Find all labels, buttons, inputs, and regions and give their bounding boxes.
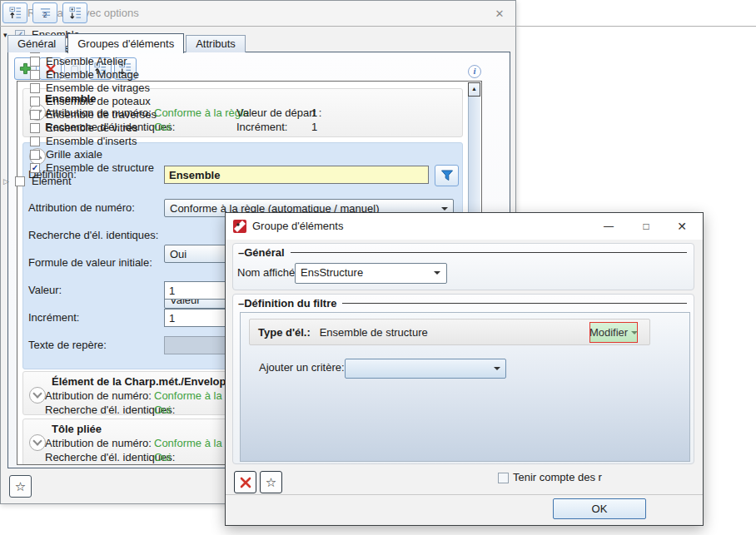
tree-item-label: Élément bbox=[32, 175, 72, 188]
red-x-icon bbox=[239, 476, 252, 489]
header-rule bbox=[291, 252, 687, 253]
footer-divider bbox=[226, 494, 703, 495]
tree-item[interactable]: Ensemble de structure bbox=[0, 161, 756, 175]
checkbox[interactable] bbox=[15, 176, 25, 186]
expander-icon[interactable] bbox=[3, 175, 13, 188]
minimize-icon[interactable]: — bbox=[596, 218, 621, 235]
app-logo-icon bbox=[233, 220, 246, 233]
tree-item[interactable]: Ensemble de vitres bbox=[0, 121, 756, 135]
tree-item-label: Ensemble de vitrages bbox=[46, 82, 150, 95]
ajouter-critere-label: Ajouter un critère: bbox=[259, 359, 345, 377]
type-label: Type d'él.: bbox=[258, 326, 311, 339]
chevron-down-icon[interactable] bbox=[29, 387, 46, 404]
increment-label: Incrément: bbox=[28, 309, 79, 327]
type-value: Ensemble de structure bbox=[320, 326, 428, 339]
delete-filter-button[interactable] bbox=[234, 471, 256, 493]
checkbox[interactable] bbox=[30, 123, 40, 133]
title-bar[interactable]: Groupe d'éléments — □ ✕ bbox=[226, 213, 703, 240]
tab-attributs[interactable]: Attributs bbox=[186, 35, 246, 52]
groupbox-title: Général bbox=[244, 246, 284, 259]
modifier-button[interactable]: Modifier bbox=[589, 322, 638, 343]
star-icon: ☆ bbox=[266, 475, 276, 490]
checkbox[interactable] bbox=[30, 163, 40, 173]
toolbar-divider bbox=[0, 26, 756, 27]
attribution-label: Attribution de numéro: bbox=[28, 199, 135, 217]
tree-item[interactable]: Grille axiale bbox=[0, 148, 756, 161]
group-card-title: Tôle pliée bbox=[52, 423, 102, 435]
group-card-title: Élément de la Charp.mét./Enveloppes bbox=[52, 375, 245, 388]
recherche-value: Oui bbox=[154, 451, 171, 463]
checkbox[interactable] bbox=[30, 136, 40, 146]
nom-affiche-label: Nom affiché: bbox=[237, 266, 298, 280]
maximize-icon[interactable]: □ bbox=[634, 218, 659, 235]
formule-label: Formule de valeur initiale: bbox=[28, 254, 152, 272]
element-group-dialog: Groupe d'éléments — □ ✕ Général Nom affi… bbox=[225, 212, 704, 526]
checkbox[interactable] bbox=[30, 83, 40, 93]
checkbox[interactable] bbox=[30, 110, 40, 120]
tree-item[interactable]: Ensemble Atelier bbox=[0, 55, 756, 68]
window-title: Groupe d'éléments bbox=[252, 213, 343, 240]
checkbox[interactable] bbox=[30, 57, 40, 67]
tree-item[interactable]: Ensemble Montage bbox=[0, 68, 756, 82]
favorites-button[interactable]: ☆ bbox=[9, 475, 32, 498]
tab-bar: Général Groupes d'éléments Attributs bbox=[7, 32, 247, 52]
tree-item-label: Ensemble de vitres bbox=[46, 121, 138, 135]
texte-repere-label: Texte de repère: bbox=[28, 336, 107, 354]
sort-up-icon bbox=[9, 7, 22, 19]
valeur-label: Valeur: bbox=[28, 281, 62, 300]
groupbox-header: Définition du filtre bbox=[238, 297, 687, 310]
expand-all-button[interactable] bbox=[62, 2, 87, 23]
popup-toolbar: 2 bbox=[2, 2, 87, 23]
tab-groupes-elements[interactable]: Groupes d'éléments bbox=[67, 33, 184, 53]
star-icon: ☆ bbox=[15, 479, 26, 494]
list-level-2-icon: 2 bbox=[39, 7, 52, 19]
tree-item-label: Ensemble de poteaux bbox=[46, 95, 151, 108]
tree-item-label: Ensemble de structure bbox=[46, 161, 154, 175]
chevron-down-icon[interactable] bbox=[29, 434, 46, 451]
recherche-label: Recherche d'él. identiques: bbox=[28, 226, 158, 245]
ajouter-critere-select[interactable] bbox=[345, 359, 506, 379]
checkbox[interactable] bbox=[30, 97, 40, 107]
expand-level-2-button[interactable]: 2 bbox=[32, 2, 57, 23]
groupbox-header: Général bbox=[238, 246, 687, 259]
tree-item[interactable]: Ensemble de traverses bbox=[0, 108, 756, 121]
filter-definition-groupbox: Définition du filtre Type d'él.: Ensembl… bbox=[232, 294, 694, 464]
attribution-label: Attribution de numéro: bbox=[45, 389, 152, 402]
svg-text:2: 2 bbox=[42, 11, 47, 19]
tree-item-label: Ensemble Atelier bbox=[46, 55, 127, 68]
tree-item[interactable]: Ensemble de poteaux bbox=[0, 95, 756, 108]
nom-affiche-combobox[interactable]: EnsStructure bbox=[295, 263, 447, 284]
modifier-label: Modifier bbox=[589, 326, 628, 339]
checkbox[interactable] bbox=[30, 150, 40, 160]
attribution-label: Attribution de numéro: bbox=[45, 437, 152, 449]
collapse-all-button[interactable] bbox=[2, 2, 27, 23]
tree-item-label: Ensemble de traverses bbox=[46, 108, 157, 121]
close-icon[interactable]: ✕ bbox=[669, 218, 694, 235]
recherche-value: Oui bbox=[154, 404, 171, 416]
filter-panel: Type d'él.: Ensemble de structure Modifi… bbox=[240, 312, 690, 462]
tab-general[interactable]: Général bbox=[7, 35, 66, 52]
element-type-popup: 2 Ensemble Ensemble Ensemble Atelier Ens… bbox=[0, 0, 165, 192]
checkbox[interactable] bbox=[30, 70, 40, 80]
tenir-compte-label: Tenir compte des r bbox=[513, 471, 602, 484]
tree-item-label: Ensemble Montage bbox=[46, 68, 139, 82]
sort-down-icon bbox=[69, 7, 82, 19]
tenir-compte-checkbox[interactable] bbox=[498, 473, 509, 483]
tree-item[interactable]: Ensemble de vitrages bbox=[0, 82, 756, 95]
groupbox-title: Définition du filtre bbox=[244, 297, 336, 310]
tree-item[interactable]: Élément bbox=[0, 175, 756, 188]
tree-item-label: Ensemble d'inserts bbox=[46, 135, 137, 148]
header-rule bbox=[342, 303, 687, 304]
close-icon[interactable]: ✕ bbox=[492, 7, 507, 22]
general-groupbox: Général Nom affiché: EnsStructure bbox=[232, 243, 694, 290]
tree-item[interactable]: Ensemble d'inserts bbox=[0, 135, 756, 148]
ok-button[interactable]: OK bbox=[553, 498, 646, 519]
favorites-button[interactable]: ☆ bbox=[260, 471, 282, 493]
tree-item-label: Grille axiale bbox=[46, 148, 102, 161]
